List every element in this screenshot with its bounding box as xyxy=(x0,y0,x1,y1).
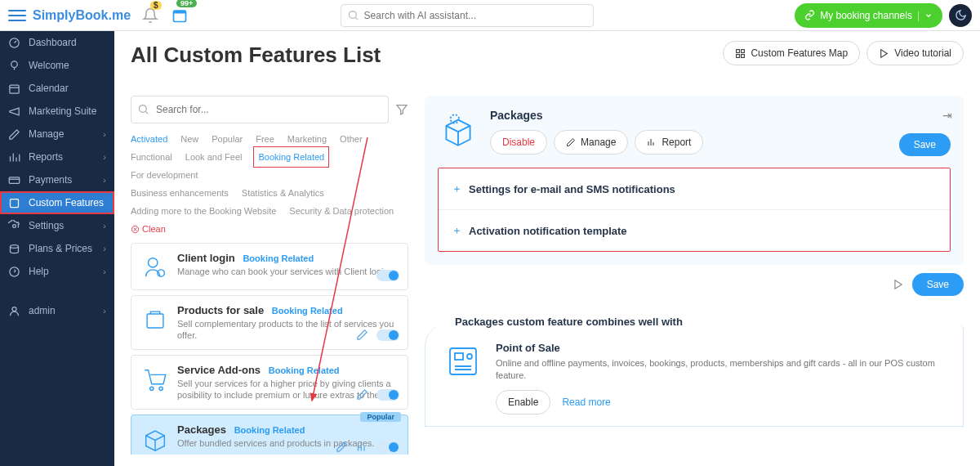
search-icon xyxy=(347,9,359,21)
sidebar-item-custom-features[interactable]: Custom Features xyxy=(0,191,114,214)
tab-new[interactable]: New xyxy=(180,130,198,148)
combines-well-panel: Packages custom feature combines well wi… xyxy=(425,324,964,427)
svg-point-32 xyxy=(467,354,472,359)
pencil-icon xyxy=(566,137,576,147)
svg-rect-1 xyxy=(174,13,186,21)
tab-marketing[interactable]: Marketing xyxy=(287,130,327,148)
accordion-item-activation-template[interactable]: ＋ Activation notification template xyxy=(439,210,950,251)
chevron-right-icon: › xyxy=(103,306,106,316)
sidebar-item-label: Settings xyxy=(29,220,64,231)
filter-tabs: Activated New Popular Free Marketing Oth… xyxy=(131,130,408,238)
tab-popular[interactable]: Popular xyxy=(212,130,243,148)
sidebar-item-plans-prices[interactable]: Plans & Prices› xyxy=(0,237,114,260)
tab-adding-more[interactable]: Adding more to the Booking Website xyxy=(131,202,276,220)
notifications-bell[interactable]: $ xyxy=(142,7,158,24)
feature-title: Client login xyxy=(177,252,235,264)
tab-functional[interactable]: Functional xyxy=(131,148,172,166)
svg-rect-13 xyxy=(11,199,19,207)
sidebar-item-label: Reports xyxy=(29,151,63,163)
sidebar-item-reports[interactable]: Reports› xyxy=(0,146,114,168)
sidebar-item-admin[interactable]: admin› xyxy=(0,299,114,322)
tab-activated[interactable]: Activated xyxy=(131,130,167,148)
tab-free[interactable]: Free xyxy=(256,130,274,148)
svg-point-18 xyxy=(140,105,147,113)
feature-tag[interactable]: Booking Related xyxy=(269,365,340,375)
feature-title: Packages xyxy=(177,423,226,436)
sidebar-item-calendar[interactable]: Calendar xyxy=(0,77,114,100)
play-outline-icon[interactable] xyxy=(893,279,904,290)
top-search-input[interactable] xyxy=(341,4,594,27)
svg-rect-30 xyxy=(450,348,476,374)
enable-button[interactable]: Enable xyxy=(496,390,550,414)
save-button-bottom[interactable]: Save xyxy=(912,273,964,296)
logo[interactable]: SimplyBook.me xyxy=(33,8,131,23)
sidebar-item-marketing-suite[interactable]: Marketing Suite xyxy=(0,100,114,123)
sidebar-item-label: admin xyxy=(29,305,56,316)
feature-toggle[interactable] xyxy=(376,329,399,341)
feature-title: Service Add-ons xyxy=(177,364,261,376)
stats-icon[interactable] xyxy=(356,441,368,453)
features-left-column: Activated New Popular Free Marketing Oth… xyxy=(131,96,408,455)
save-row: Save xyxy=(425,273,964,296)
save-button-top[interactable]: Save xyxy=(899,133,951,156)
sidebar-item-label: Calendar xyxy=(29,83,69,94)
sidebar-item-manage[interactable]: Manage› xyxy=(0,123,114,146)
tab-for-development[interactable]: For development xyxy=(131,166,198,184)
sidebar-item-welcome[interactable]: Welcome xyxy=(0,54,114,77)
chevron-down-icon xyxy=(924,11,933,20)
svg-point-24 xyxy=(159,387,163,390)
edit-icon[interactable] xyxy=(336,441,348,453)
hamburger-menu-icon[interactable] xyxy=(8,7,26,25)
sidebar-item-label: Welcome xyxy=(29,60,69,71)
calendar-icon xyxy=(8,83,20,95)
my-booking-channels-button[interactable]: My booking channels | xyxy=(795,3,942,28)
feature-toggle[interactable] xyxy=(376,389,399,401)
tab-business-enhancements[interactable]: Business enhancements xyxy=(131,184,229,202)
tab-other[interactable]: Other xyxy=(340,130,363,148)
user-icon xyxy=(8,305,20,317)
sidebar-item-help[interactable]: Help› xyxy=(0,260,114,283)
balloon-icon xyxy=(8,60,20,72)
gear-icon xyxy=(8,220,20,232)
calendar-shortcut[interactable]: 99+ xyxy=(172,7,188,24)
puzzle-icon xyxy=(8,197,20,209)
feature-card-products-for-sale[interactable]: Products for sale Booking Related Sell c… xyxy=(131,295,408,350)
svg-point-17 xyxy=(12,307,16,311)
feature-search-input[interactable] xyxy=(131,96,389,123)
report-button[interactable]: Report xyxy=(635,130,703,155)
tab-clean[interactable]: Clean xyxy=(131,220,166,238)
feature-tag[interactable]: Booking Related xyxy=(272,306,343,316)
sidebar-item-payments[interactable]: Payments› xyxy=(0,168,114,191)
logo-text-b: Book xyxy=(75,8,108,22)
feature-toggle[interactable] xyxy=(376,270,399,281)
chevron-right-icon: › xyxy=(103,175,106,185)
tab-look-and-feel[interactable]: Look and Feel xyxy=(185,148,243,166)
chevron-right-icon: › xyxy=(103,244,106,253)
filter-icon[interactable] xyxy=(395,103,408,116)
edit-icon[interactable] xyxy=(356,329,368,341)
collapse-icon[interactable]: ⇥ xyxy=(942,109,952,122)
read-more-link[interactable]: Read more xyxy=(562,397,610,408)
accordion-item-notifications[interactable]: ＋ Settings for e-mail and SMS notificati… xyxy=(439,168,950,210)
sidebar-item-label: Custom Features xyxy=(29,197,104,208)
plus-icon: ＋ xyxy=(452,223,462,238)
feature-toggle[interactable] xyxy=(376,441,399,453)
package-large-icon xyxy=(438,109,479,150)
edit-icon[interactable] xyxy=(356,388,368,401)
feature-tag[interactable]: Booking Related xyxy=(234,425,305,435)
feature-card-service-addons[interactable]: Service Add-ons Booking Related Sell you… xyxy=(131,355,408,410)
feature-card-client-login[interactable]: Client login Booking Related Manage who … xyxy=(131,243,408,290)
disable-button[interactable]: Disable xyxy=(490,130,547,155)
feature-tag[interactable]: Booking Related xyxy=(243,253,314,263)
sidebar-item-settings[interactable]: Settings› xyxy=(0,214,114,237)
dark-mode-toggle[interactable] xyxy=(949,4,972,27)
sidebar-item-dashboard[interactable]: Dashboard xyxy=(0,31,114,54)
manage-button[interactable]: Manage xyxy=(554,130,628,155)
feature-card-packages[interactable]: Popular Packages Booking Related Offer b… xyxy=(131,414,408,455)
tab-booking-related[interactable]: Booking Related xyxy=(255,148,327,166)
gauge-icon xyxy=(8,37,20,49)
tab-security[interactable]: Security & Data protection xyxy=(289,202,394,220)
pos-title: Point of Sale xyxy=(496,342,945,354)
tab-statistics-analytics[interactable]: Statistics & Analytics xyxy=(242,184,324,202)
x-circle-icon xyxy=(131,225,140,234)
